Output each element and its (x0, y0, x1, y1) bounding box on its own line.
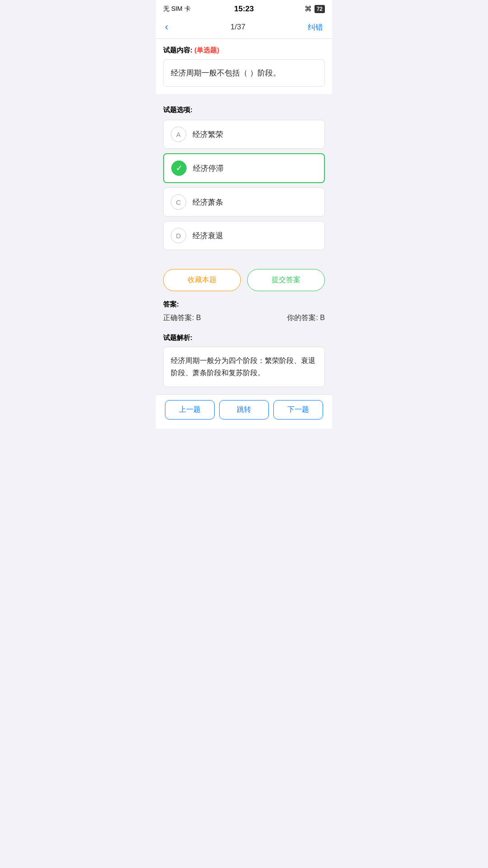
analysis-text: 经济周期一般分为四个阶段：繁荣阶段、衰退阶段、萧条阶段和复苏阶段。 (163, 347, 325, 387)
options-label: 试题选项: (163, 106, 325, 114)
question-section-label: 试题内容: (单选题) (163, 46, 325, 55)
collect-button[interactable]: 收藏本题 (163, 269, 241, 291)
progress-indicator: 1/37 (230, 23, 245, 32)
answer-section: 答案: 正确答案: B 你的答案: B (156, 298, 332, 329)
action-row: 收藏本题 提交答案 (156, 262, 332, 298)
options-section: 试题选项: A 经济繁荣 ✓ 经济停滞 C 经济萧条 D 经济衰退 (156, 99, 332, 262)
option-d[interactable]: D 经济衰退 (163, 221, 325, 250)
wifi-icon: ⌘ (305, 5, 312, 13)
error-correction-button[interactable]: 纠错 (308, 22, 323, 33)
back-button[interactable]: ‹ (165, 21, 168, 33)
answer-label: 答案: (163, 300, 325, 309)
option-b-text: 经济停滞 (193, 163, 224, 174)
status-icons: ⌘ 72 (305, 5, 325, 13)
your-answer: 你的答案: B (287, 313, 325, 323)
option-c-circle: C (171, 194, 186, 210)
next-question-button[interactable]: 下一题 (273, 400, 323, 420)
option-a[interactable]: A 经济繁荣 (163, 120, 325, 149)
option-d-text: 经济衰退 (192, 231, 223, 241)
main-content: 试题内容: (单选题) 经济周期一般不包括（ ）阶段。 试题选项: A 经济繁荣… (156, 39, 332, 394)
status-bar: 无 SIM 卡 15:23 ⌘ 72 (156, 0, 332, 16)
answer-row: 正确答案: B 你的答案: B (163, 313, 325, 323)
submit-button[interactable]: 提交答案 (247, 269, 325, 291)
option-a-circle: A (171, 127, 186, 142)
analysis-label: 试题解析: (163, 334, 325, 342)
option-b[interactable]: ✓ 经济停滞 (163, 153, 325, 183)
sim-text: 无 SIM 卡 (163, 5, 191, 13)
jump-button[interactable]: 跳转 (219, 400, 269, 420)
question-section: 试题内容: (单选题) 经济周期一般不包括（ ）阶段。 (156, 39, 332, 94)
option-b-circle: ✓ (171, 160, 187, 176)
bottom-bar: 上一题 跳转 下一题 (156, 394, 332, 429)
question-type-badge: (单选题) (194, 46, 219, 54)
correct-answer: 正确答案: B (163, 313, 201, 323)
option-a-text: 经济繁荣 (192, 129, 223, 140)
analysis-section: 试题解析: 经济周期一般分为四个阶段：繁荣阶段、衰退阶段、萧条阶段和复苏阶段。 (156, 329, 332, 394)
battery-indicator: 72 (314, 5, 325, 13)
prev-question-button[interactable]: 上一题 (165, 400, 215, 420)
nav-bar: ‹ 1/37 纠错 (156, 16, 332, 39)
option-c-text: 经济萧条 (192, 197, 223, 208)
question-text: 经济周期一般不包括（ ）阶段。 (163, 59, 325, 87)
time-display: 15:23 (234, 5, 253, 14)
option-c[interactable]: C 经济萧条 (163, 188, 325, 217)
option-d-circle: D (171, 228, 186, 243)
